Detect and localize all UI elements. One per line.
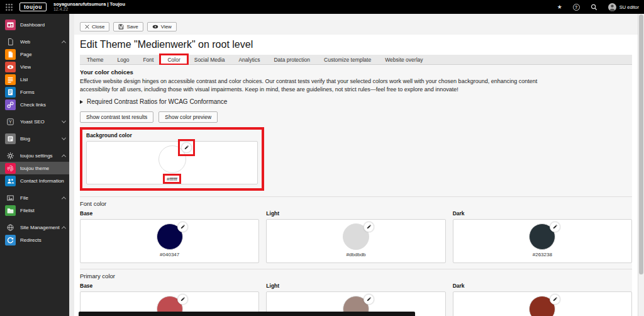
sidebar-item-label: Redirects [20,237,42,243]
edit-color-icon[interactable] [550,222,560,232]
sidebar-item-label: toujou settings [20,153,53,159]
user-avatar[interactable] [608,3,616,11]
sidebar-item-check-links[interactable]: Check links [0,98,69,111]
tab-website-overlay[interactable]: Website overlay [378,55,430,64]
view-button-label: View [161,24,172,30]
sidebar-item-view[interactable]: View [0,60,69,73]
sidebar-item-contact-information[interactable]: Contact Information [0,174,69,187]
contacts-icon [5,176,16,186]
sidebar-item-page[interactable]: Page [0,48,69,60]
save-button-label: Save [126,24,138,30]
tab-font[interactable]: Font [136,55,160,64]
sidebar-item-forms[interactable]: Forms [0,86,69,98]
primary-color-section: Primary color Base #bf4c50 [80,269,632,316]
globe-icon [5,222,16,233]
swatch-name: Base [80,283,259,289]
swatch-name: Base [80,210,259,217]
blog-icon [5,133,16,144]
tab-logo[interactable]: Logo [110,55,136,64]
sidebar-item-label: Dashboard [20,22,45,28]
edit-color-icon[interactable] [181,142,192,153]
swatch-hex: #dbdbdb [346,252,365,257]
wcag-toggle[interactable]: Required Contrast Ratios for WCAG Confor… [80,98,632,105]
tab-customize-template[interactable]: Customize template [317,55,378,64]
sidebar-item-filelist[interactable]: Filelist [0,204,69,217]
list-icon [5,74,16,85]
dashboard-icon [5,20,16,30]
sidebar: Dashboard Web Page View List [0,14,69,316]
edit-color-icon[interactable] [550,294,560,305]
background-color-label: Background color [86,132,258,138]
sidebar-item-yoast-seo[interactable]: Y Yoast SEO [0,115,69,128]
hex-annotation-box: #ffffff [163,174,181,184]
close-button[interactable]: Close [80,22,109,31]
tab-analytics[interactable]: Analytics [231,55,267,64]
search-icon[interactable] [591,4,597,11]
swatch-card: #040347 [80,219,259,263]
toujou-logo[interactable]: toujou [19,3,47,11]
swatch-hex: #ffffff [167,176,177,182]
page-title: Edit Theme "Medienwerk" on root level [74,35,638,55]
tab-bar: Theme Logo Font Color Social Media Analy… [80,55,632,65]
question-mark-icon: ? [573,4,580,11]
view-button[interactable]: View [147,22,177,31]
version-label: 12.4.22 [53,7,125,12]
close-icon [85,25,89,29]
chevron-down-icon [62,118,66,123]
sidebar-item-label: Site Management [20,225,60,230]
swatch-name: Light [266,210,445,217]
sidebar-item-label: Filelist [20,208,35,213]
sidebar-item-toujou-settings[interactable]: toujou settings [0,149,69,162]
sidebar-scrollbar[interactable] [69,14,74,316]
tab-social-media[interactable]: Social Media [187,55,232,64]
sidebar-item-toujou-theme[interactable]: toujou theme [0,162,69,174]
bookmark-star-icon[interactable]: ★ [557,4,562,10]
main-content: Close Save View Edit Theme "Medienwerk" … [74,14,638,316]
sidebar-item-redirects[interactable]: Redirects [0,234,69,246]
show-contrast-button[interactable]: Show contrast test results [80,111,153,123]
tab-theme[interactable]: Theme [80,55,110,64]
page-icon [5,49,16,60]
edit-color-icon[interactable] [364,294,374,305]
sidebar-item-label: List [20,77,28,82]
sidebar-item-label: toujou theme [20,166,49,171]
sidebar-item-web[interactable]: Web [0,35,69,48]
swatch-card: #dbdbdb [266,219,445,263]
view-eye-icon [5,62,16,72]
modules-grid-icon[interactable] [5,3,13,11]
sidebar-item-dashboard[interactable]: Dashboard [0,18,69,31]
swatch-hex: #040347 [160,252,179,257]
primary-color-legend: Primary color [80,273,632,279]
swatch-name: Dark [453,210,632,217]
swatch-name: Light [266,283,445,289]
bottom-tooltip-bar [79,312,415,316]
sidebar-item-label: Yoast SEO [20,119,45,125]
chevron-down-icon [62,135,66,140]
site-name: soyagunsarufutsumura | Toujou [53,2,125,8]
main-scrollbar[interactable] [638,14,644,316]
edit-color-icon[interactable] [177,294,188,305]
tab-color[interactable]: Color [160,55,187,64]
edit-icon-annotation-box [178,139,195,156]
edit-color-icon[interactable] [364,222,374,232]
sidebar-item-label: Contact Information [20,178,64,184]
main-scrollbar-thumb[interactable] [639,14,643,274]
color-panel: Your color choices Effective website des… [80,65,632,316]
sidebar-item-blog[interactable]: Blog [0,132,69,145]
chevron-up-icon [62,196,66,201]
save-button[interactable]: Save [113,22,143,31]
chevron-up-icon [62,40,66,45]
site-info: soyagunsarufutsumura | Toujou 12.4.22 [53,2,125,13]
sidebar-item-file[interactable]: File [0,191,69,204]
collapse-arrow-icon [80,100,83,104]
show-color-preview-button[interactable]: Show color preview [158,111,218,123]
sidebar-item-label: Check links [20,102,46,108]
tab-data-protection[interactable]: Data protection [267,55,317,64]
help-icon[interactable]: ? [573,4,580,11]
sidebar-item-list[interactable]: List [0,73,69,86]
user-name[interactable]: SU editor [619,4,639,10]
sidebar-item-site-management[interactable]: Site Management [0,221,69,234]
yoast-seo-icon: Y [5,116,16,127]
sidebar-item-label: View [20,64,31,70]
edit-color-icon[interactable] [177,222,188,232]
